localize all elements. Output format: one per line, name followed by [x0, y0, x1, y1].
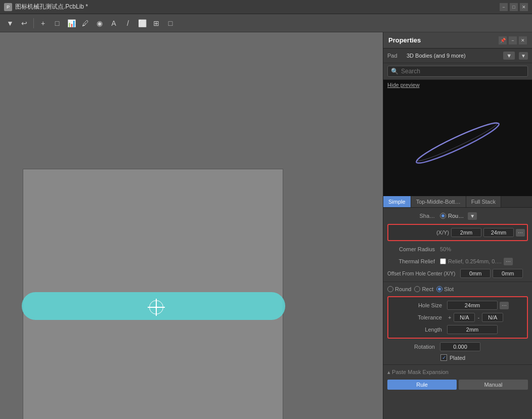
rotation-input[interactable]	[440, 342, 480, 351]
shape-radio[interactable]	[440, 213, 446, 219]
window-title: 图标机械孔测试点.PcbLib *	[15, 3, 500, 11]
thermal-relief-checkbox[interactable]	[440, 258, 446, 264]
toolbar-text-btn[interactable]: A	[108, 17, 120, 29]
search-input-wrap: 🔍	[387, 66, 528, 77]
shape-row: Sha… Rou… ▼	[383, 210, 532, 222]
search-row: 🔍	[383, 63, 532, 80]
preview-area: Hide preview	[383, 80, 532, 196]
hole-slot-option[interactable]: Slot	[436, 286, 454, 292]
paste-mask-label: ▴ Paste Mask Expansion	[387, 369, 449, 376]
toolbar-back-btn[interactable]: ↩	[18, 17, 30, 29]
thermal-relief-label: Thermal Relief	[387, 258, 438, 264]
hole-rect-radio	[414, 286, 420, 292]
close-button[interactable]: ✕	[520, 3, 528, 11]
toolbar: ▼ ↩ + □ 📊 🖊 ◉ A / ⬜ ⊞ □	[0, 14, 532, 32]
tolerance-minus-input[interactable]	[482, 313, 503, 322]
thermal-relief-btn[interactable]: ⋯	[504, 258, 513, 265]
toolbar-pen-btn[interactable]: 🖊	[79, 17, 92, 29]
plated-checkbox[interactable]: ✓	[440, 354, 447, 361]
thermal-relief-row: Thermal Relief Relief, 0.254mm, 0.… ⋯	[383, 255, 532, 267]
filter-button[interactable]: ▼	[503, 52, 515, 60]
panel-title: Properties	[388, 36, 421, 44]
hole-size-row: Hole Size ⋯	[390, 299, 525, 311]
size-y-input[interactable]	[483, 228, 514, 237]
shape-label: Sha…	[387, 213, 438, 219]
toolbar-add-btn[interactable]: +	[37, 17, 49, 29]
properties-content: Sha… Rou… ▼ (X/Y) ⋯	[383, 208, 532, 419]
length-label: Length	[394, 327, 445, 333]
offset-x-input[interactable]	[460, 269, 491, 278]
offset-y-input[interactable]	[493, 269, 523, 278]
hole-rect-label: Rect	[422, 286, 433, 292]
search-icon: 🔍	[391, 68, 398, 75]
size-xy-label: (X/Y)	[436, 229, 449, 236]
corner-radius-value: 50%	[440, 246, 451, 252]
toolbar-square-btn[interactable]: □	[164, 17, 176, 29]
pad-label: Pad	[387, 53, 403, 59]
paste-mask-section-header[interactable]: ▴ Paste Mask Expansion	[383, 367, 532, 378]
tab-simple[interactable]: Simple	[383, 196, 411, 207]
panel-header-controls: 📌 − ✕	[499, 36, 527, 44]
hide-preview-link[interactable]: Hide preview	[383, 80, 424, 90]
properties-panel: Properties 📌 − ✕ Pad 3D Bodies (and 9 mo…	[383, 32, 532, 419]
minimize-button[interactable]: −	[500, 3, 508, 11]
shape-dropdown-btn[interactable]: ▼	[468, 212, 477, 220]
tab-top-middle-bottom[interactable]: Top-Middle-Bott…	[411, 196, 466, 207]
thermal-relief-value: Relief, 0.254mm, 0.…	[448, 258, 502, 264]
canvas-board	[23, 169, 283, 419]
tabs-row: Simple Top-Middle-Bott… Full Stack	[383, 196, 532, 208]
hole-rect-option[interactable]: Rect	[414, 286, 433, 292]
offset-row: Offset From Hole Center (X/Y)	[383, 267, 532, 280]
panel-close-btn[interactable]: ✕	[519, 36, 527, 44]
size-group: (X/Y) ⋯	[387, 224, 528, 241]
dropdown-button[interactable]: ▼	[519, 52, 528, 60]
pad-type-value: 3D Bodies (and 9 more)	[407, 53, 499, 59]
hole-round-label: Round	[395, 286, 411, 292]
rule-button[interactable]: Rule	[387, 380, 457, 390]
main-area: Properties 📌 − ✕ Pad 3D Bodies (and 9 mo…	[0, 32, 532, 419]
panel-header: Properties 📌 − ✕	[383, 32, 532, 49]
svg-point-0	[414, 118, 501, 168]
maximize-button[interactable]: □	[510, 3, 518, 11]
toolbar-chart-btn[interactable]: 📊	[65, 17, 77, 29]
hole-round-option[interactable]: Round	[387, 286, 411, 292]
panel-minimize-btn[interactable]: −	[509, 36, 517, 44]
hole-size-label: Hole Size	[394, 302, 445, 308]
crosshair-dot	[155, 306, 157, 308]
toolbar-poly-btn[interactable]: ⬜	[136, 17, 148, 29]
hole-size-btn[interactable]: ⋯	[500, 302, 509, 309]
size-dropdown-btn[interactable]: ⋯	[516, 229, 525, 237]
rotation-label: Rotation	[387, 344, 438, 350]
preview-svg	[407, 103, 508, 183]
app-icon: P	[4, 3, 12, 11]
length-input[interactable]	[447, 325, 498, 334]
tolerance-plus-input[interactable]	[454, 313, 475, 322]
rotation-row: Rotation	[383, 341, 532, 353]
size-x-input[interactable]	[451, 228, 481, 237]
hole-slot-label: Slot	[444, 286, 454, 292]
hole-round-radio	[387, 286, 393, 292]
toolbar-grid-btn[interactable]: ⊞	[150, 17, 162, 29]
plated-row: ✓ Plated	[383, 353, 532, 362]
divider-1	[383, 282, 532, 282]
tab-full-stack[interactable]: Full Stack	[466, 196, 501, 207]
plated-label: Plated	[450, 355, 465, 361]
tolerance-label: Tolerance	[394, 314, 445, 320]
corner-radius-row: Corner Radius 50%	[383, 243, 532, 255]
plus-op: +	[447, 314, 452, 320]
manual-button[interactable]: Manual	[459, 380, 528, 390]
panel-pin-btn[interactable]: 📌	[499, 36, 507, 44]
tolerance-row: Tolerance + -	[390, 311, 525, 323]
hole-slot-radio-inner	[438, 288, 441, 291]
toolbar-line-btn[interactable]: /	[122, 17, 134, 29]
toolbar-circle-btn[interactable]: ◉	[94, 17, 106, 29]
toolbar-rect-btn[interactable]: □	[51, 17, 63, 29]
search-input[interactable]	[401, 68, 524, 75]
canvas-area[interactable]	[0, 32, 383, 419]
preview-canvas	[383, 90, 532, 196]
checkbox-check-icon: ✓	[442, 355, 446, 360]
toolbar-sep-1	[33, 18, 34, 28]
hole-size-input[interactable]	[447, 301, 498, 310]
toolbar-filter-btn[interactable]: ▼	[4, 17, 16, 29]
bottom-spacer	[383, 392, 532, 402]
